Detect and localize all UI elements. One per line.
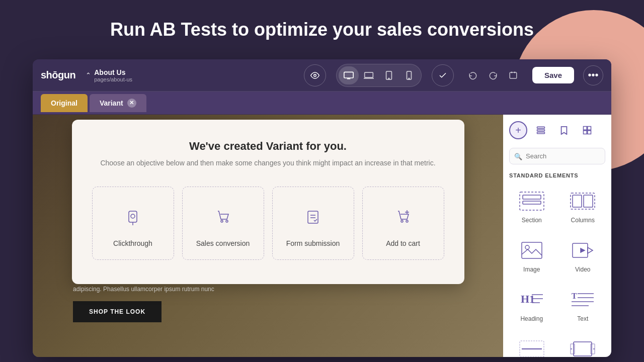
text-label-text: Text [577, 315, 588, 322]
clickthrough-icon [121, 205, 145, 229]
divider-element[interactable] [509, 332, 554, 357]
close-tab-button[interactable]: ✕ [127, 99, 136, 108]
more-button[interactable]: ••• [583, 65, 603, 85]
undo-button[interactable] [464, 66, 482, 84]
sales-conversion-label: Sales conversion [196, 239, 250, 247]
text-element[interactable]: T Text [560, 283, 606, 326]
desktop-button[interactable] [339, 66, 359, 84]
divider-icon [517, 336, 547, 357]
columns-element[interactable]: Columns [560, 185, 606, 228]
chevron-up-icon: ⌃ [86, 71, 91, 79]
image-icon [517, 238, 547, 263]
svg-point-18 [401, 220, 403, 222]
check-button[interactable] [432, 64, 454, 86]
elements-section-label: STANDARD ELEMENTS [509, 172, 605, 178]
form-submission-card[interactable]: Form submission [272, 187, 354, 260]
heading-element[interactable]: H1 Heading [509, 283, 554, 326]
svg-rect-25 [584, 127, 587, 130]
svg-marker-39 [581, 248, 585, 252]
preview-button[interactable] [304, 64, 326, 86]
svg-rect-51 [574, 342, 592, 356]
laptop-button[interactable] [359, 66, 379, 84]
svg-rect-23 [537, 130, 545, 131]
svg-rect-7 [510, 72, 517, 78]
svg-point-19 [406, 220, 408, 222]
history-button[interactable] [504, 66, 522, 84]
search-icon: 🔍 [514, 152, 522, 160]
svg-rect-33 [573, 195, 582, 207]
page-name: About Us [94, 68, 132, 76]
right-panel: + [503, 115, 611, 357]
undo-redo-group [464, 66, 522, 84]
columns-icon [568, 189, 598, 214]
editor-window: shōgun ⌃ About Us pages/about-us [33, 59, 611, 357]
save-button[interactable]: Save [532, 67, 574, 83]
section-element[interactable]: Section [509, 185, 554, 228]
svg-point-0 [314, 74, 316, 76]
video-element[interactable]: Video [560, 234, 606, 277]
elements-grid: Section Columns [509, 185, 605, 357]
heading-label-text: Heading [520, 315, 543, 322]
svg-marker-38 [588, 247, 593, 253]
redo-button[interactable] [484, 66, 502, 84]
svg-point-13 [221, 220, 223, 222]
text-icon: T [568, 287, 598, 312]
svg-point-14 [226, 220, 228, 222]
form-submission-label: Form submission [286, 239, 340, 247]
sales-conversion-card[interactable]: Sales conversion [182, 187, 264, 260]
modal-subtitle: Choose an objective below and then make … [92, 158, 444, 168]
columns-label-text: Columns [571, 217, 595, 224]
main-title: Run AB Tests to optimize your sales conv… [0, 19, 644, 40]
svg-rect-34 [584, 195, 593, 207]
video-label-text: Video [575, 266, 590, 273]
bookmark-button[interactable] [554, 121, 574, 140]
modal-title: We've created Variant for you. [92, 140, 444, 153]
add-to-cart-card[interactable]: Add to cart [362, 187, 444, 260]
svg-rect-22 [537, 127, 545, 128]
carousel-element[interactable] [560, 332, 606, 357]
carousel-icon [568, 336, 598, 357]
svg-rect-15 [308, 211, 318, 223]
svg-rect-30 [523, 195, 541, 199]
svg-point-6 [409, 78, 410, 79]
svg-rect-24 [537, 132, 545, 134]
device-buttons [336, 64, 422, 87]
section-label-text: Section [522, 217, 542, 224]
layout-button[interactable] [578, 121, 597, 140]
video-icon [568, 238, 598, 263]
svg-point-12 [131, 214, 135, 218]
svg-rect-31 [523, 201, 541, 204]
panel-icon-row: + [509, 121, 605, 140]
add-to-cart-label: Add to cart [386, 239, 420, 247]
mobile-button[interactable] [399, 66, 419, 84]
svg-rect-35 [522, 242, 542, 258]
image-element[interactable]: Image [509, 234, 554, 277]
search-input[interactable] [509, 148, 605, 164]
svg-point-4 [388, 78, 389, 79]
canvas: We've created Variant for you. Choose an… [33, 115, 503, 357]
sales-conversion-icon [211, 205, 235, 229]
variant-tab[interactable]: Variant ✕ [90, 94, 146, 112]
original-tab[interactable]: Original [41, 94, 88, 112]
clickthrough-card[interactable]: Clickthrough [92, 187, 174, 260]
tab-bar: Original Variant ✕ [33, 92, 611, 115]
image-label-text: Image [523, 266, 540, 273]
svg-text:T: T [572, 292, 577, 300]
svg-rect-10 [129, 211, 137, 222]
search-box: 🔍 [509, 148, 605, 164]
tablet-button[interactable] [379, 66, 399, 84]
add-element-button[interactable]: + [509, 121, 527, 139]
layers-button[interactable] [531, 121, 550, 140]
clickthrough-label: Clickthrough [113, 239, 152, 247]
logo: shōgun [41, 69, 75, 81]
objective-grid: Clickthrough Sales conver [92, 187, 444, 260]
add-to-cart-icon [391, 205, 415, 229]
svg-rect-27 [584, 131, 587, 134]
svg-rect-1 [344, 72, 353, 78]
page-info: ⌃ About Us pages/about-us [86, 68, 132, 82]
form-submission-icon [301, 205, 325, 229]
variant-modal: We've created Variant for you. Choose an… [72, 120, 464, 284]
modal-overlay: We've created Variant for you. Choose an… [33, 115, 503, 357]
svg-rect-2 [365, 72, 373, 77]
svg-rect-28 [588, 131, 591, 134]
